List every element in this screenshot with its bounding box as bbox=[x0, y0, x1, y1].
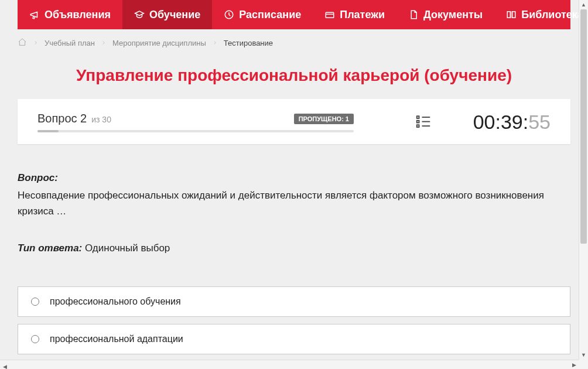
megaphone-icon bbox=[29, 9, 40, 20]
nav-education[interactable]: Обучение bbox=[122, 0, 212, 29]
timer-main: 00:39: bbox=[473, 111, 529, 134]
library-icon bbox=[506, 9, 517, 20]
nav-label: Документы bbox=[423, 9, 483, 21]
svg-rect-4 bbox=[416, 125, 419, 127]
skipped-badge: ПРОПУЩЕНО: 1 bbox=[294, 114, 354, 124]
answer-text: профессионального обучения bbox=[50, 296, 181, 307]
answers-list: профессионального обучения профессиональ… bbox=[18, 286, 570, 360]
progress-bar bbox=[37, 130, 354, 132]
question-block: Вопрос: Несовпадение профессиональных ож… bbox=[18, 172, 570, 219]
question-list-button[interactable] bbox=[415, 112, 432, 132]
payment-icon bbox=[324, 9, 335, 20]
nav-label: Расписание bbox=[239, 9, 301, 21]
nav-payments[interactable]: Платежи bbox=[313, 0, 396, 29]
chevron-right-icon bbox=[33, 39, 39, 47]
scroll-left-arrow[interactable]: ◀ bbox=[0, 362, 9, 369]
scroll-up-arrow[interactable]: ▲ bbox=[579, 0, 588, 9]
svg-rect-3 bbox=[416, 120, 419, 122]
breadcrumb-current: Тестирование bbox=[224, 39, 273, 47]
question-number: Вопрос 2 bbox=[37, 112, 87, 125]
breadcrumb-study-plan[interactable]: Учебный план bbox=[45, 39, 95, 47]
timer-seconds: 55 bbox=[528, 111, 551, 134]
question-text: Несовпадение профессиональных ожиданий и… bbox=[18, 187, 570, 219]
question-total: из 30 bbox=[91, 115, 111, 124]
answer-type-label: Тип ответа: bbox=[18, 242, 82, 254]
answer-radio[interactable] bbox=[31, 298, 39, 306]
clock-icon bbox=[224, 9, 234, 20]
vertical-scrollbar[interactable]: ▲ ▼ bbox=[579, 0, 588, 360]
scrollbar-corner bbox=[579, 360, 588, 369]
answer-option[interactable]: профессионального обучения bbox=[18, 286, 570, 317]
chevron-right-icon bbox=[101, 39, 107, 47]
nav-announcements[interactable]: Объявления bbox=[18, 0, 122, 29]
nav-label: Объявления bbox=[45, 9, 111, 21]
svg-rect-2 bbox=[416, 116, 419, 118]
answer-text: профессиональной адаптации bbox=[50, 334, 183, 344]
horizontal-scrollbar[interactable]: ◀ ▶ bbox=[0, 360, 579, 369]
scroll-right-arrow[interactable]: ▶ bbox=[569, 360, 579, 369]
status-panel: Вопрос 2 из 30 ПРОПУЩЕНО: 1 00:39:55 bbox=[18, 99, 570, 144]
nav-label: Библиотека bbox=[521, 9, 583, 21]
home-icon[interactable] bbox=[18, 37, 27, 49]
answer-option[interactable]: профессиональной адаптации bbox=[18, 324, 570, 354]
page-title: Управление профессиональной карьерой (об… bbox=[18, 66, 570, 85]
breadcrumb-discipline-event[interactable]: Мероприятие дисциплины bbox=[112, 39, 206, 47]
academic-cap-icon bbox=[134, 9, 145, 20]
progress-fill bbox=[37, 130, 59, 132]
svg-rect-1 bbox=[326, 12, 334, 18]
timer: 00:39:55 bbox=[473, 111, 551, 134]
chevron-right-icon bbox=[212, 39, 218, 47]
nav-library[interactable]: Библиотека bbox=[494, 0, 588, 29]
nav-schedule[interactable]: Расписание bbox=[212, 0, 313, 29]
nav-documents[interactable]: Документы bbox=[396, 0, 494, 29]
nav-label: Платежи bbox=[340, 9, 385, 21]
question-label: Вопрос: bbox=[18, 172, 58, 183]
breadcrumb: Учебный план Мероприятие дисциплины Тест… bbox=[18, 37, 570, 49]
nav-label: Обучение bbox=[149, 9, 200, 21]
answer-type-value: Одиночный выбор bbox=[85, 242, 170, 254]
document-icon bbox=[408, 9, 419, 20]
scroll-down-arrow[interactable]: ▼ bbox=[579, 350, 588, 360]
list-icon bbox=[415, 112, 432, 130]
answer-type-block: Тип ответа: Одиночный выбор bbox=[18, 242, 570, 254]
top-nav: Объявления Обучение Расписание Платежи Д… bbox=[18, 0, 570, 29]
scroll-thumb[interactable] bbox=[580, 9, 587, 244]
answer-radio[interactable] bbox=[31, 335, 39, 343]
